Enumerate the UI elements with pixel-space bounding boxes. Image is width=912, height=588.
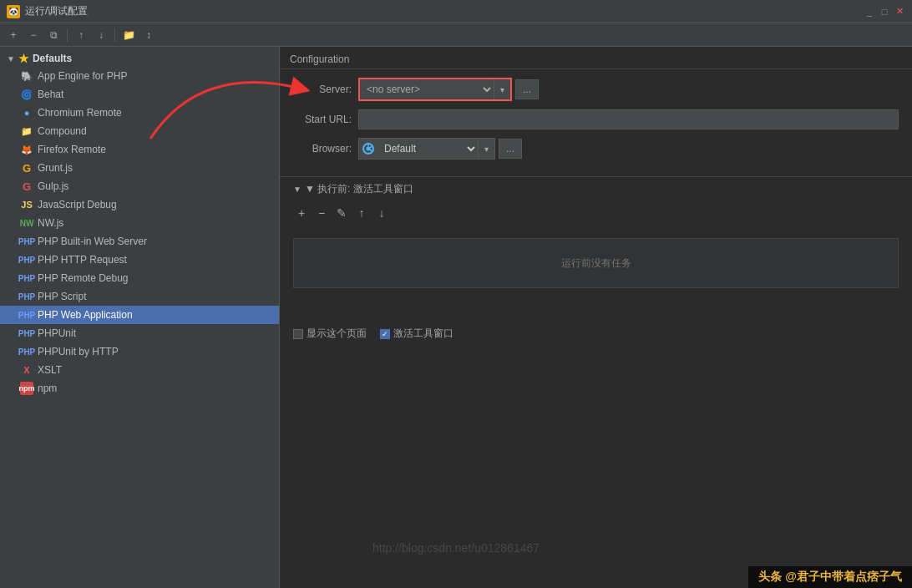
- sidebar-item-label: Grunt.js: [38, 162, 73, 174]
- browser-select-wrapper: Default ▾: [358, 138, 495, 160]
- move-up-button[interactable]: ↑: [73, 27, 89, 43]
- sidebar-item-nwjs[interactable]: NW NW.js: [0, 214, 279, 232]
- sidebar-item-firefox-remote[interactable]: 🦊 Firefox Remote: [0, 140, 279, 159]
- toolbar-separator-1: [67, 28, 68, 42]
- app-icon: 🐼: [7, 5, 20, 18]
- sidebar-item-label: Gulp.js: [38, 180, 68, 192]
- before-launch-add-button[interactable]: +: [293, 205, 310, 221]
- server-more-button[interactable]: ...: [515, 79, 539, 99]
- activate-toolwindow-checkbox[interactable]: ✓: [380, 329, 390, 339]
- php-builtin-icon: PHP: [20, 235, 33, 248]
- start-url-input[interactable]: /: [358, 109, 899, 129]
- before-launch-edit-button[interactable]: ✎: [333, 205, 350, 221]
- activate-toolwindow-label: 激活工具窗口: [393, 327, 453, 341]
- checkbox-row: 显示这个页面 ✓ 激活工具窗口: [280, 322, 912, 346]
- empty-tasks-panel: 运行前没有任务: [293, 238, 899, 288]
- php-icon: 🐘: [20, 69, 33, 83]
- browser-label: Browser:: [293, 143, 352, 155]
- show-page-checkbox[interactable]: [293, 329, 303, 339]
- firefox-icon: 🦊: [20, 143, 33, 156]
- maximize-button[interactable]: □: [879, 6, 890, 18]
- content-panel: Configuration Server: <no server> ▾ ...: [280, 47, 912, 588]
- before-launch-toolbar: + − ✎ ↑ ↓: [280, 201, 912, 225]
- sidebar-item-php-script[interactable]: PHP PHP Script: [0, 287, 279, 306]
- compound-icon: 📁: [20, 124, 33, 138]
- minimize-button[interactable]: _: [864, 6, 875, 18]
- grunt-icon: G: [20, 161, 33, 175]
- sidebar-item-gruntjs[interactable]: G Grunt.js: [0, 159, 279, 177]
- title-bar-controls: _ □ ✕: [864, 6, 905, 18]
- blog-watermark: http://blog.csdn.net/u012861467: [372, 541, 540, 555]
- sidebar-item-label: Behat: [38, 89, 63, 100]
- chromium-icon: ●: [20, 106, 33, 119]
- sidebar-tree: ▼ ★ Defaults 🐘 App Engine for PHP 🌀 Beha…: [0, 47, 279, 401]
- toolbar-separator-2: [114, 28, 115, 42]
- js-icon: JS: [20, 198, 33, 211]
- close-button[interactable]: ✕: [894, 6, 905, 18]
- nw-icon: NW: [20, 216, 33, 230]
- before-launch-label: ▼ 执行前: 激活工具窗口: [305, 182, 413, 196]
- sidebar-item-php-http[interactable]: PHP PHP HTTP Request: [0, 251, 279, 269]
- move-down-button[interactable]: ↓: [93, 27, 109, 43]
- sidebar-item-xslt[interactable]: X XSLT: [0, 361, 279, 379]
- sidebar-item-php-web-app[interactable]: PHP PHP Web Application: [0, 306, 279, 324]
- tree-root[interactable]: ▼ ★ Defaults: [0, 50, 279, 67]
- sidebar-item-gulpjs[interactable]: G Gulp.js: [0, 177, 279, 195]
- browser-select[interactable]: Default: [377, 139, 478, 159]
- sidebar-item-phpunit-http[interactable]: PHP PHPUnit by HTTP: [0, 342, 279, 361]
- sidebar-item-label: XSLT: [38, 364, 62, 376]
- server-select[interactable]: <no server>: [360, 79, 494, 99]
- server-dropdown-button[interactable]: ▾: [494, 79, 510, 99]
- phpunit-http-icon: PHP: [20, 345, 33, 358]
- sidebar-item-label: PHP HTTP Request: [38, 254, 127, 266]
- npm-icon: npm: [20, 382, 33, 395]
- main-toolbar: + − ⧉ ↑ ↓ 📁 ↕: [0, 23, 912, 47]
- sidebar-item-label: Compound: [38, 125, 87, 137]
- sidebar-item-php-builtin[interactable]: PHP PHP Built-in Web Server: [0, 232, 279, 251]
- browser-dropdown-button[interactable]: ▾: [478, 139, 494, 159]
- sidebar: ▼ ★ Defaults 🐘 App Engine for PHP 🌀 Beha…: [0, 47, 280, 588]
- add-config-button[interactable]: +: [5, 27, 22, 43]
- sidebar-item-php-remote-debug[interactable]: PHP PHP Remote Debug: [0, 269, 279, 287]
- php-remote-icon: PHP: [20, 271, 33, 285]
- phpunit-icon: PHP: [20, 327, 33, 340]
- sidebar-item-label: PHPUnit by HTTP: [38, 346, 119, 357]
- server-row: Server: <no server> ▾ ...: [293, 78, 899, 101]
- sidebar-item-label: PHP Remote Debug: [38, 272, 129, 284]
- before-launch-remove-button[interactable]: −: [313, 205, 330, 221]
- sort-button[interactable]: ↕: [140, 27, 157, 43]
- show-page-checkbox-item[interactable]: 显示这个页面: [293, 327, 367, 341]
- sidebar-item-label: JavaScript Debug: [38, 199, 117, 210]
- config-form: Server: <no server> ▾ ... Start URL: /: [280, 69, 912, 176]
- sidebar-item-label: App Engine for PHP: [38, 70, 127, 82]
- copy-config-button[interactable]: ⧉: [45, 27, 62, 43]
- activate-toolwindow-checkbox-item[interactable]: ✓ 激活工具窗口: [380, 327, 453, 341]
- sidebar-item-chromium-remote[interactable]: ● Chromium Remote: [0, 104, 279, 122]
- sidebar-item-phpunit[interactable]: PHP PHPUnit: [0, 324, 279, 342]
- sidebar-item-label: Firefox Remote: [38, 144, 106, 155]
- sidebar-item-label: Chromium Remote: [38, 107, 122, 119]
- sidebar-item-label: PHP Script: [38, 291, 86, 302]
- remove-config-button[interactable]: −: [25, 27, 42, 43]
- php-web-icon: PHP: [20, 308, 33, 322]
- sidebar-item-compound[interactable]: 📁 Compound: [0, 122, 279, 140]
- sidebar-item-npm[interactable]: npm npm: [0, 379, 279, 398]
- svg-line-3: [369, 147, 372, 149]
- folder-button[interactable]: 📁: [120, 27, 137, 43]
- before-launch-down-button[interactable]: ↓: [373, 205, 390, 221]
- sidebar-item-app-engine-php[interactable]: 🐘 App Engine for PHP: [0, 67, 279, 85]
- show-page-label: 显示这个页面: [307, 327, 367, 341]
- browser-input-group: Default ▾ ...: [358, 138, 899, 160]
- sidebar-item-behat[interactable]: 🌀 Behat: [0, 85, 279, 104]
- svg-line-4: [369, 150, 372, 151]
- server-select-wrapper: <no server> ▾: [358, 78, 512, 101]
- start-url-label: Start URL:: [293, 114, 352, 125]
- sidebar-item-label: npm: [38, 383, 57, 394]
- start-url-row: Start URL: /: [293, 109, 899, 129]
- before-launch-header[interactable]: ▼ ▼ 执行前: 激活工具窗口: [280, 176, 912, 201]
- before-launch-up-button[interactable]: ↑: [353, 205, 370, 221]
- title-bar: 🐼 运行/调试配置 _ □ ✕: [0, 0, 912, 23]
- sidebar-item-javascript-debug[interactable]: JS JavaScript Debug: [0, 195, 279, 214]
- browser-more-button[interactable]: ...: [499, 139, 522, 159]
- sidebar-item-label: NW.js: [38, 217, 63, 229]
